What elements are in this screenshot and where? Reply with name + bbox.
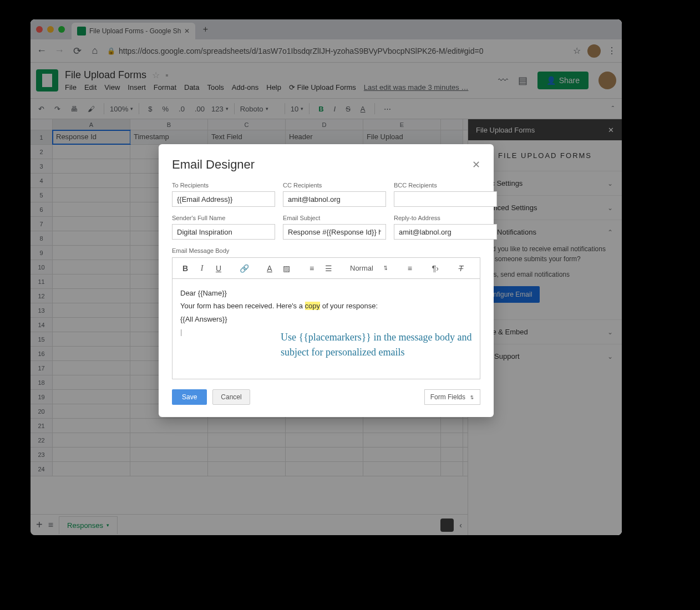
sender-name-input[interactable] [172,224,275,240]
editor-highlight-button[interactable]: ▨ [279,261,293,276]
editor-italic-button[interactable]: I [195,261,209,276]
editor-line-3: {{All Answers}} [180,313,472,326]
browser-window: File Upload Forms - Google Sh ✕ + ← → ⟳ … [31,19,622,535]
to-recipients-label: To Recipients [172,182,275,189]
bcc-recipients-input[interactable] [394,191,497,207]
to-recipients-input[interactable] [172,191,275,207]
handwriting-annotation: Use {{placemarkers}} in the message body… [281,330,480,360]
email-subject-label: Email Subject [283,215,386,221]
editor-unordered-list-button[interactable]: ☰ [321,261,336,276]
cancel-button[interactable]: Cancel [212,389,250,405]
editor-line-1: Dear {{Name}} [180,287,472,299]
cc-recipients-input[interactable] [283,191,386,207]
editor-paragraph-style-dropdown[interactable]: Normal [347,264,392,272]
modal-title-text: Email Designer [172,157,255,172]
bcc-recipients-label: BCC Recipients [394,182,497,189]
email-subject-input[interactable] [283,224,386,240]
cc-recipients-label: CC Recipients [283,182,386,189]
editor-bold-button[interactable]: B [178,261,192,276]
editor-link-button[interactable]: 🔗 [237,261,251,276]
reply-to-input[interactable] [394,224,497,240]
sender-name-label: Sender's Full Name [172,215,275,221]
editor-toolbar: B I U 🔗 A ▨ ≡ ☰ Normal ≡ ¶› T [173,258,480,279]
editor-content[interactable]: Dear {{Name}} Your form has been receive… [173,279,480,379]
editor-clear-format-button[interactable]: T [454,261,468,276]
message-body-label: Email Message Body [172,247,480,254]
modal-close-icon[interactable]: ✕ [472,159,480,171]
email-designer-modal: Email Designer ✕ To Recipients CC Recipi… [159,144,494,417]
rich-text-editor: B I U 🔗 A ▨ ≡ ☰ Normal ≡ ¶› T [172,257,480,379]
form-fields-dropdown[interactable]: Form Fields [424,389,480,405]
editor-ordered-list-button[interactable]: ≡ [305,261,319,276]
editor-line-2: Your form has been received. Here's a co… [180,299,472,312]
reply-to-label: Reply-to Address [394,215,497,221]
editor-text-color-button[interactable]: A [262,261,277,276]
editor-rtl-button[interactable]: ¶› [428,261,443,276]
editor-underline-button[interactable]: U [211,261,226,276]
save-button[interactable]: Save [172,389,207,405]
editor-align-button[interactable]: ≡ [403,261,417,276]
